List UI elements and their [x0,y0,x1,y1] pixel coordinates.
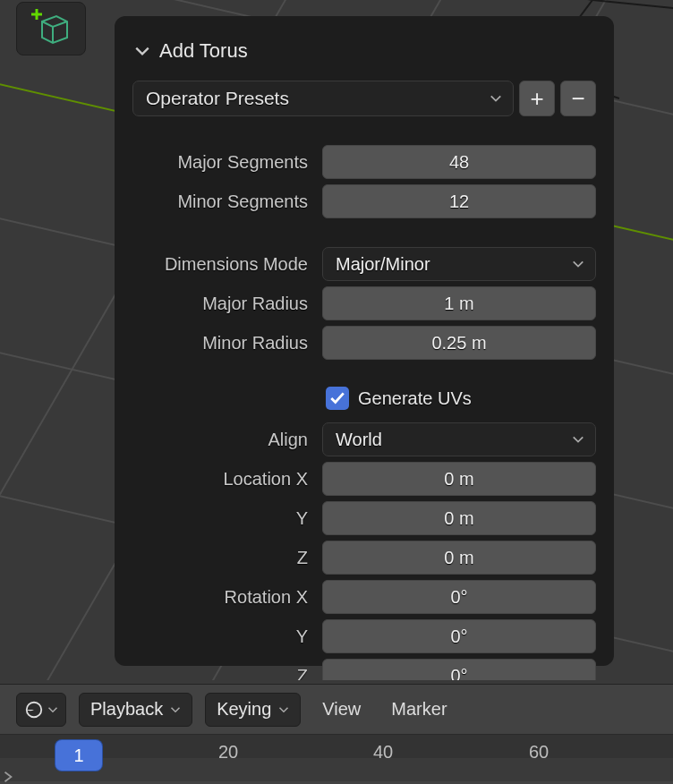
rotation-z-label: Z [132,666,308,681]
preset-label: Operator Presets [146,88,289,109]
location-y-field[interactable]: 0 m [322,501,596,535]
timeline-editor-type-button[interactable] [16,693,66,727]
preset-add-button[interactable]: + [519,81,555,116]
chevron-down-icon [134,43,150,59]
chevron-down-icon [572,258,584,270]
marker-menu[interactable]: Marker [382,699,456,720]
playhead[interactable]: 1 [55,740,102,771]
chevron-down-icon [278,704,289,715]
generate-uvs-checkbox[interactable] [326,387,349,410]
panel-title: Add Torus [159,39,248,63]
chevron-down-icon [572,433,584,446]
rotation-x-field[interactable]: 0° [322,580,596,614]
minor-segments-field[interactable]: 12 [322,184,596,218]
rotation-y-field[interactable]: 0° [322,619,596,653]
operator-presets-dropdown[interactable]: Operator Presets [132,81,514,116]
chevron-down-icon [47,704,58,715]
minor-segments-label: Minor Segments [132,192,308,212]
rotation-y-label: Y [132,626,308,647]
align-select[interactable]: World [322,422,596,456]
generate-uvs-label: Generate UVs [358,388,472,409]
major-radius-field[interactable]: 1 m [322,286,596,320]
ruler-tick: 20 [218,742,238,763]
major-segments-label: Major Segments [132,152,308,173]
plus-icon: + [530,87,543,110]
check-icon [329,390,345,406]
dimensions-mode-label: Dimensions Mode [132,254,308,275]
location-x-field[interactable]: 0 m [322,462,596,496]
view-menu[interactable]: View [313,699,370,720]
timeline-editor: Playback Keying View Marker 1 20 40 60 [0,684,673,784]
dimensions-mode-select[interactable]: Major/Minor [322,247,596,281]
rotation-x-label: Rotation X [132,587,308,608]
location-z-label: Z [132,548,308,568]
location-z-field[interactable]: 0 m [322,541,596,575]
align-label: Align [132,430,308,450]
major-radius-label: Major Radius [132,294,308,314]
operator-panel: Add Torus Operator Presets + − Major Seg… [115,16,614,666]
add-cube-tool[interactable] [16,2,86,55]
clock-icon [24,700,44,720]
ruler-tick: 60 [529,742,549,763]
rotation-z-field[interactable]: 0° [322,659,596,680]
chevron-down-icon [170,704,181,715]
cube-add-icon [30,7,72,50]
minor-radius-field[interactable]: 0.25 m [322,326,596,360]
panel-header[interactable]: Add Torus [129,30,600,79]
chevron-right-icon [2,771,14,783]
major-segments-field[interactable]: 48 [322,145,596,179]
keying-menu[interactable]: Keying [205,693,301,727]
ruler-tick: 40 [373,742,393,763]
viewport-3d[interactable]: Add Torus Operator Presets + − Major Seg… [0,0,673,680]
chevron-down-icon [490,92,502,105]
location-x-label: Location X [132,469,308,490]
timeline-ruler[interactable]: 1 20 40 60 [0,735,673,781]
location-y-label: Y [132,508,308,529]
preset-remove-button[interactable]: − [560,81,596,116]
minor-radius-label: Minor Radius [132,333,308,354]
playback-menu[interactable]: Playback [79,693,192,727]
minus-icon: − [571,87,584,110]
